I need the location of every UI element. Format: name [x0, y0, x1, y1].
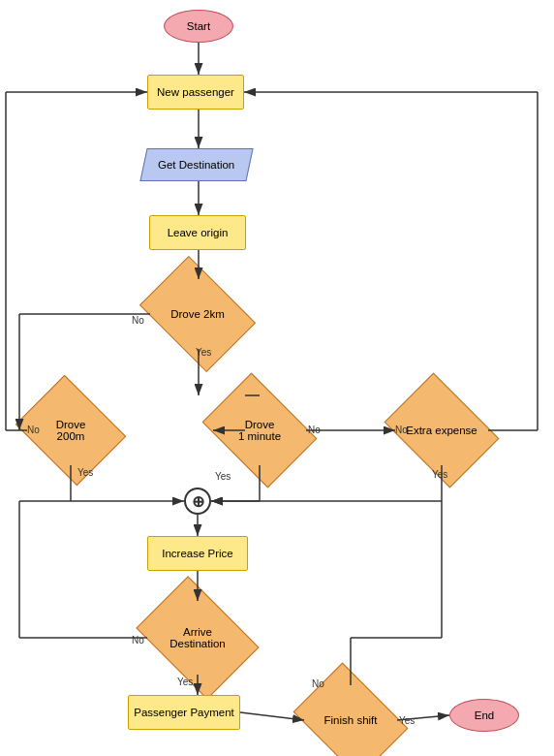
label-yes-extra: Yes — [432, 469, 447, 480]
label-yes-1min: Yes — [215, 471, 231, 482]
label-no-finish: No — [312, 678, 324, 689]
drove-2km-node: Drove 2km — [150, 279, 245, 349]
label-yes-200m: Yes — [77, 467, 93, 478]
leave-origin-node: Leave origin — [149, 215, 246, 250]
label-yes-arrive: Yes — [177, 677, 193, 687]
drove-200m-node: Drove200m — [27, 395, 114, 465]
get-destination-node: Get Destination — [139, 148, 253, 181]
new-passenger-node: New passenger — [147, 75, 244, 110]
flowchart: Start New passenger Get Destination Leav… — [0, 0, 554, 756]
increase-price-node: Increase Price — [147, 536, 248, 571]
passenger-payment-node: Passenger Payment — [128, 695, 240, 730]
end-node: End — [449, 699, 519, 732]
label-yes-finish: Yes — [399, 715, 415, 726]
label-no-2km: No — [132, 315, 144, 326]
arrive-destination-node: ArriveDestination — [147, 601, 248, 675]
label-yes-2km: Yes — [196, 347, 211, 358]
start-node: Start — [164, 10, 233, 43]
extra-expense-node: Extra expense — [395, 395, 488, 465]
arrows-svg — [0, 0, 554, 756]
merge-node: ⊕ — [184, 488, 211, 515]
finish-shift-node: Finish shift — [304, 685, 397, 755]
drove-1min-node: Drove1 minute — [213, 395, 306, 465]
label-no-arrive: No — [132, 635, 144, 646]
label-no-200m: No — [27, 425, 40, 435]
label-no-1min: No — [308, 425, 321, 435]
